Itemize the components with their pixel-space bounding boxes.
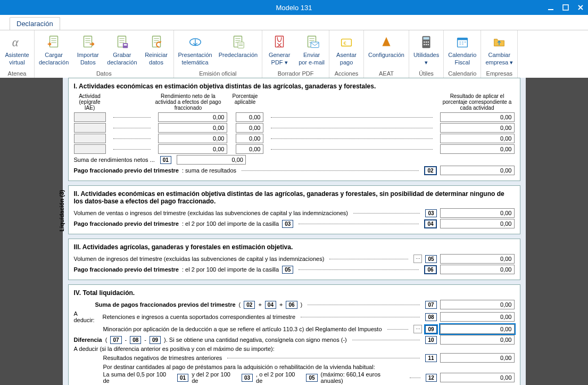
svg-rect-11 — [238, 42, 244, 48]
svg-text:€: € — [343, 40, 346, 46]
ribbon-group-aeat: ConfiguraciónAEAT — [364, 30, 409, 78]
ribbon-group-label: Empresas — [484, 69, 514, 77]
doc-save-icon — [113, 34, 130, 51]
svg-rect-14 — [311, 42, 319, 47]
generar-pdf[interactable]: GenerarPDF ▾ — [266, 32, 293, 67]
aeat-icon — [378, 34, 395, 51]
cloud-icon — [187, 34, 204, 51]
svg-point-19 — [424, 42, 425, 43]
svg-point-21 — [428, 42, 429, 43]
ribbon-group-label: Datos — [38, 69, 170, 77]
svg-point-22 — [424, 44, 425, 45]
svg-rect-26 — [457, 38, 467, 40]
close-button[interactable] — [573, 0, 588, 15]
doc-reset-icon — [148, 34, 165, 51]
ribbon-group-útiles: Utilidades▾Útiles — [409, 30, 444, 78]
pay-icon: € — [338, 34, 355, 51]
utilidades[interactable]: Utilidades▾ — [412, 32, 440, 67]
cambiar-empresa[interactable]: Cambiarempresa ▾ — [484, 32, 514, 67]
svg-text:α: α — [12, 36, 19, 49]
svg-rect-0 — [548, 9, 553, 10]
ribbon-group-borrador pdf: GenerarPDF ▾Enviarpor e-mailBorrador PDF — [262, 30, 329, 78]
ribbon-group-empresas: Cambiarempresa ▾Empresas — [481, 30, 518, 78]
doc-arrow-icon — [79, 34, 96, 51]
importar-datos[interactable]: ImportarDatos — [74, 32, 102, 67]
asentar-pago[interactable]: €Asentarpago — [333, 32, 360, 67]
ribbon-group-label: Borrador PDF — [266, 69, 326, 77]
calendario-fiscal[interactable]: CalendarioFiscal — [447, 32, 477, 67]
ribbon: αAsistentevirtualAteneaCargardeclaración… — [0, 30, 588, 78]
calc-icon — [418, 34, 435, 51]
ribbon-tabs: Declaración — [0, 15, 588, 30]
ribbon-group-emisión oficial: PresentacióntelemáticaPredeclaraciónEmis… — [174, 30, 263, 78]
svg-rect-1 — [563, 5, 568, 10]
mail-icon — [303, 34, 320, 51]
ribbon-group-label: Útiles — [412, 69, 440, 77]
svg-rect-7 — [124, 44, 127, 46]
ribbon-group-atenea: αAsistentevirtualAtenea — [0, 30, 35, 78]
ribbon-group-label: Emisión oficial — [177, 69, 259, 77]
asistente-virtual[interactable]: αAsistentevirtual — [3, 32, 31, 67]
ribbon-group-label: Atenea — [3, 69, 31, 77]
cargar-declaracion[interactable]: Cargardeclaración — [38, 32, 70, 67]
svg-rect-3 — [50, 36, 58, 47]
svg-point-24 — [428, 44, 429, 45]
pdf-icon — [271, 34, 288, 51]
svg-rect-18 — [423, 37, 429, 40]
reiniciar-datos[interactable]: Reiniciardatos — [143, 32, 170, 67]
ribbon-group-label: Acciones — [333, 69, 360, 77]
ribbon-group-label: AEAT — [367, 69, 405, 77]
presentacion-telematica[interactable]: Presentacióntelemática — [177, 32, 213, 67]
calendar-icon — [454, 34, 471, 51]
enviar-email[interactable]: Enviarpor e-mail — [297, 32, 326, 67]
ribbon-group-calendario: CalendarioFiscalCalendario — [444, 30, 481, 78]
predeclaracion[interactable]: Predeclaración — [218, 32, 259, 59]
minimize-button[interactable] — [543, 0, 558, 15]
configuracion[interactable]: Configuración — [367, 32, 405, 59]
ribbon-group-label: Calendario — [447, 69, 477, 77]
section-i: I. Actividades económicas en estimación … — [68, 78, 520, 78]
form-page: Liquidación (3) I. Actividades económica… — [63, 78, 526, 78]
doc-in-icon — [45, 34, 62, 51]
ribbon-group-acciones: €AsentarpagoAcciones — [329, 30, 364, 78]
folder-icon — [491, 34, 508, 51]
tab-declaracion[interactable]: Declaración — [10, 17, 60, 30]
grabar-declaracion[interactable]: Grabardeclaración — [106, 32, 138, 67]
ribbon-group-datos: CargardeclaraciónImportarDatosGrabardecl… — [35, 30, 174, 78]
title-bar: Modelo 131 — [0, 0, 588, 15]
window-title: Modelo 131 — [276, 4, 312, 12]
maximize-button[interactable] — [558, 0, 573, 15]
svg-rect-15 — [342, 39, 352, 46]
svg-rect-4 — [84, 36, 92, 47]
svg-point-20 — [426, 42, 427, 43]
svg-point-23 — [426, 44, 427, 45]
doc-pre-icon — [229, 34, 246, 51]
alpha-icon: α — [9, 34, 26, 51]
work-area[interactable]: Liquidación (3) I. Actividades económica… — [0, 78, 588, 78]
